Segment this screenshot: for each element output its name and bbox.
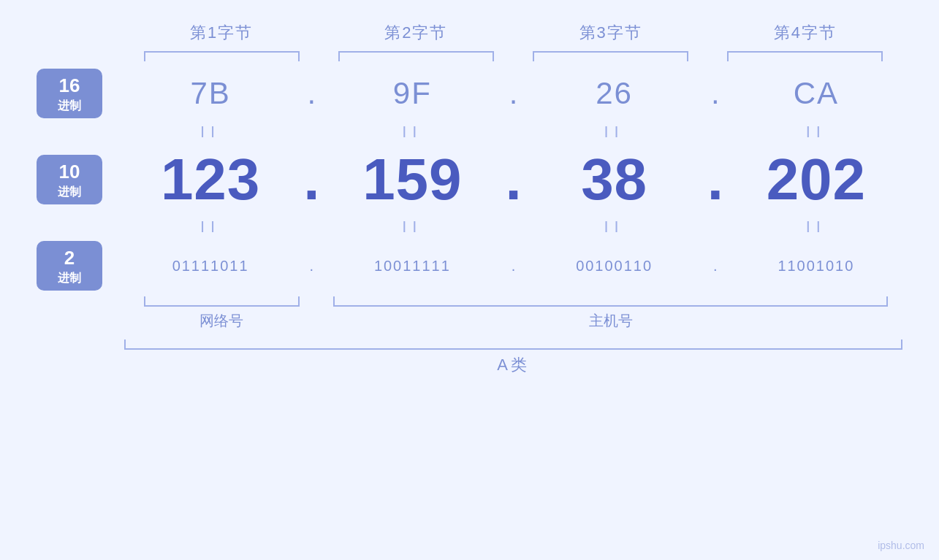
dec-val-1: 123 [124,146,297,213]
dec-val-3: 38 [528,146,701,213]
host-bracket-line [333,296,888,307]
network-label: 网络号 [124,311,319,331]
eq2-dot2 [499,218,528,237]
eq1-dot [297,123,326,142]
bracket-3 [514,51,708,61]
host-label: 主机号 [319,311,902,331]
dec-dot-3: . [701,146,730,213]
equals-row-2: II II II II [37,218,902,237]
binary-label-badge: 2 进制 [37,241,102,291]
hex-label-badge: 16 进制 [37,69,102,118]
top-brackets [37,51,902,61]
hex-val-3: 26 [528,76,701,111]
hex-base-num: 16 [59,74,80,99]
col-header-1: 第1字节 [124,22,319,44]
eq2-2: II [326,218,498,237]
bracket-line-2 [338,51,494,61]
hex-values: 7B . 9F . 26 . CA [124,76,902,111]
eq2-3: II [528,218,701,237]
hex-dot-3: . [701,76,730,111]
bin-val-3: 00100110 [528,258,701,275]
network-bracket [124,296,319,307]
bracket-line-4 [727,51,883,61]
watermark: ipshu.com [878,540,924,551]
bracket-4 [708,51,902,61]
decimal-values: 123 . 159 . 38 . 202 [124,146,902,213]
dec-dot-1: . [297,146,326,213]
eq1-4: II [730,123,902,142]
col-header-4: 第4字节 [708,22,902,44]
bracket-2 [319,51,513,61]
bracket-line-3 [533,51,688,61]
bottom-section: 网络号 主机号 A类 [37,296,902,376]
col-header-3: 第3字节 [514,22,708,44]
dec-val-4: 202 [730,146,902,213]
hex-dot-1: . [297,76,326,111]
eq1-dot2 [499,123,528,142]
class-label-row: A类 [124,354,902,376]
eq1-dot3 [701,123,730,142]
bin-val-1: 01111011 [124,258,297,275]
eq1-3: II [528,123,701,142]
eq1-1: II [124,123,297,142]
bin-dot-2: . [499,258,528,275]
class-bracket-row [124,340,902,350]
host-bracket [319,296,902,307]
decimal-row: 10 进制 123 . 159 . 38 . 202 [37,146,902,213]
bottom-labels: 网络号 主机号 [124,311,902,331]
binary-row: 2 进制 01111011 . 10011111 . 00100110 . [37,241,902,291]
hex-val-4: CA [730,76,902,111]
bottom-brackets [124,296,902,307]
binary-base-label: 进制 [58,271,81,286]
class-bracket-line [124,340,902,350]
col-header-2: 第2字节 [319,22,513,44]
bracket-line-1 [144,51,300,61]
binary-base-num: 2 [64,246,75,271]
dec-dot-2: . [499,146,528,213]
bracket-1 [124,51,319,61]
hex-val-2: 9F [326,76,498,111]
bin-dot-1: . [297,258,326,275]
hex-dot-2: . [499,76,528,111]
eq2-1: II [124,218,297,237]
bin-val-2: 10011111 [326,258,498,275]
hex-row: 16 进制 7B . 9F . 26 . CA [37,69,902,118]
bin-val-4: 11001010 [730,258,902,275]
class-label: A类 [124,354,902,376]
bin-dot-3: . [701,258,730,275]
decimal-label-badge: 10 进制 [37,155,102,204]
eq2-dot3 [701,218,730,237]
dec-val-2: 159 [326,146,498,213]
eq2-4: II [730,218,902,237]
hex-val-1: 7B [124,76,297,111]
hex-base-label: 进制 [58,99,81,114]
eq1-2: II [326,123,498,142]
eq2-dot [297,218,326,237]
decimal-base-label: 进制 [58,185,81,200]
column-headers: 第1字节 第2字节 第3字节 第4字节 [37,22,902,44]
binary-values: 01111011 . 10011111 . 00100110 . 1100101… [124,258,902,275]
main-container: 第1字节 第2字节 第3字节 第4字节 16 进制 7B . [0,0,939,560]
network-bracket-line [144,296,300,307]
decimal-base-num: 10 [59,160,80,185]
equals-row-1: II II II II [37,123,902,142]
